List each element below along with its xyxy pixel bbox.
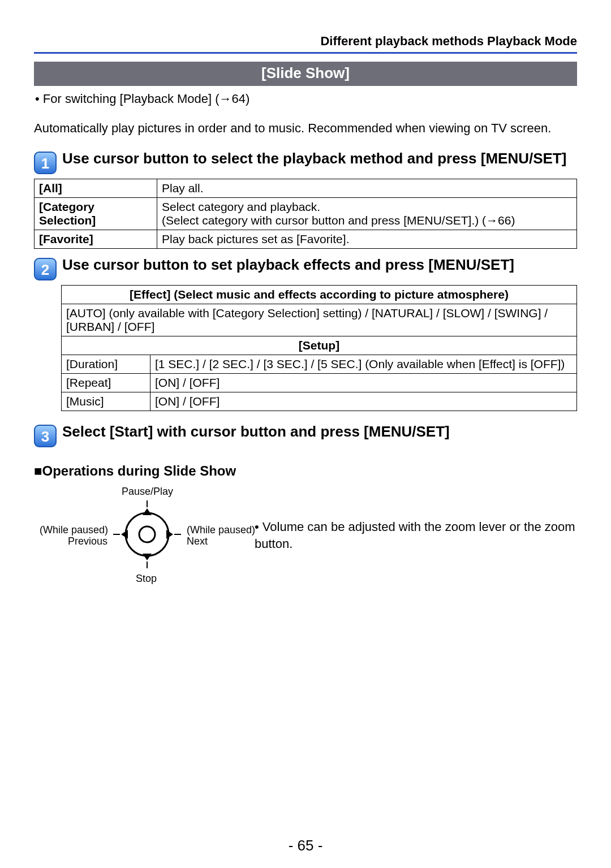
repeat-key: [Repeat] xyxy=(62,373,150,392)
table-row: [Favorite] Play back pictures set as [Fa… xyxy=(35,230,577,248)
table-row: [Effect] (Select music and effects accor… xyxy=(62,285,577,304)
table-row: [Setup] xyxy=(62,336,577,355)
duration-val: [1 SEC.] / [2 SEC.] / [3 SEC.] / [5 SEC.… xyxy=(150,355,577,373)
table-row: [Category Selection] Select category and… xyxy=(35,197,577,230)
cell-cat-val: Select category and playback. (Select ca… xyxy=(157,197,577,230)
dpad-up-label: Pause/Play xyxy=(122,486,173,498)
step-1: 1 Use cursor button to select the playba… xyxy=(34,150,577,174)
dpad-left-b: Previous xyxy=(40,536,107,547)
table-row: [All] Play all. xyxy=(35,179,577,197)
header-divider xyxy=(34,52,577,54)
step-2-text: Use cursor button to set playback effect… xyxy=(62,257,514,274)
breadcrumb: Different playback methods Playback Mode xyxy=(34,34,577,49)
switch-note: • For switching [Playback Mode] (→64) xyxy=(35,92,577,106)
svg-text:3: 3 xyxy=(41,428,49,445)
step-1-badge: 1 xyxy=(34,152,57,174)
table-row: [Repeat] [ON] / [OFF] xyxy=(62,373,577,392)
effect-body: [AUTO] (only available with [Category Se… xyxy=(62,304,577,336)
dpad-right-b: Next xyxy=(187,536,208,547)
intro-text: Automatically play pictures in order and… xyxy=(34,120,577,137)
cell-all-val: Play all. xyxy=(157,179,577,197)
operations-note: • Volume can be adjusted with the zoom l… xyxy=(255,519,577,552)
number-badge-icon: 3 xyxy=(34,425,57,447)
table-row: [AUTO] (only available with [Category Se… xyxy=(62,304,577,336)
number-badge-icon: 1 xyxy=(34,152,57,174)
svg-point-7 xyxy=(139,526,155,542)
step-3-text: Select [Start] with cursor button and pr… xyxy=(62,424,450,441)
duration-key: [Duration] xyxy=(62,355,150,373)
step-2-badge: 2 xyxy=(34,258,57,280)
svg-marker-10 xyxy=(121,530,128,539)
number-badge-icon: 2 xyxy=(34,258,57,280)
playback-method-table: [All] Play all. [Category Selection] Sel… xyxy=(34,179,577,249)
dpad-down-label: Stop xyxy=(136,573,157,585)
svg-marker-11 xyxy=(166,530,173,539)
dpad-left-a: (While paused) xyxy=(40,524,107,536)
svg-text:1: 1 xyxy=(41,155,49,172)
dpad-right-a: (While paused) xyxy=(187,524,255,536)
svg-marker-8 xyxy=(143,508,152,515)
step-3: 3 Select [Start] with cursor button and … xyxy=(34,424,577,447)
effects-table: [Effect] (Select music and effects accor… xyxy=(61,285,577,411)
cell-cat-key: [Category Selection] xyxy=(35,197,157,230)
effect-header: [Effect] (Select music and effects accor… xyxy=(62,285,577,304)
svg-text:2: 2 xyxy=(41,261,49,278)
section-title: [Slide Show] xyxy=(34,62,577,86)
step-2: 2 Use cursor button to set playback effe… xyxy=(34,257,577,280)
dpad-diagram: Pause/Play (While paused) Previous (Whil… xyxy=(34,485,238,586)
table-row: [Music] [ON] / [OFF] xyxy=(62,392,577,411)
dpad-icon xyxy=(113,500,181,568)
operations-row: Pause/Play (While paused) Previous (Whil… xyxy=(34,485,577,586)
setup-header: [Setup] xyxy=(62,336,577,355)
step-1-text: Use cursor button to select the playback… xyxy=(62,150,566,167)
page-number: - 65 - xyxy=(0,837,611,854)
cell-fav-key: [Favorite] xyxy=(35,230,157,248)
step-3-badge: 3 xyxy=(34,425,57,447)
page: Different playback methods Playback Mode… xyxy=(0,0,611,868)
music-key: [Music] xyxy=(62,392,150,411)
cell-fav-val: Play back pictures set as [Favorite]. xyxy=(157,230,577,248)
operations-heading: ■Operations during Slide Show xyxy=(34,463,577,479)
cell-all-key: [All] xyxy=(35,179,157,197)
music-val: [ON] / [OFF] xyxy=(150,392,577,411)
svg-point-6 xyxy=(126,513,169,556)
table-row: [Duration] [1 SEC.] / [2 SEC.] / [3 SEC.… xyxy=(62,355,577,373)
repeat-val: [ON] / [OFF] xyxy=(150,373,577,392)
svg-marker-9 xyxy=(143,554,152,560)
